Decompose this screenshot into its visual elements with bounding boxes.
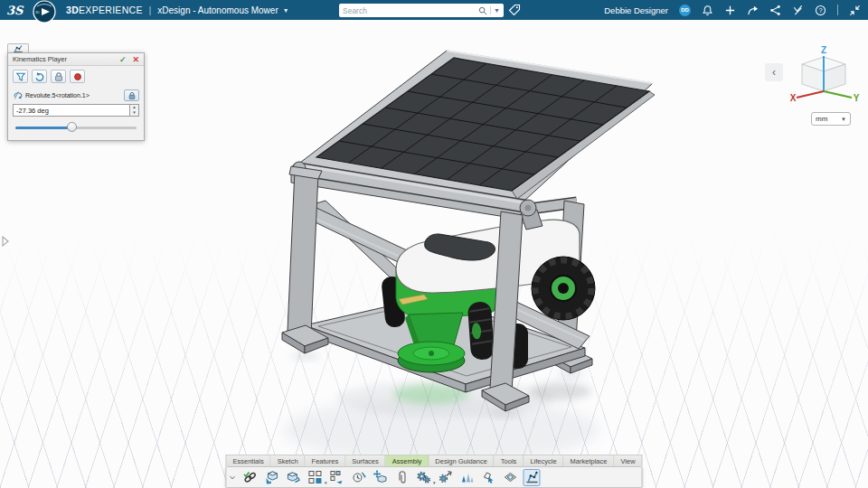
new-component-icon bbox=[286, 470, 300, 484]
angle-stepper[interactable]: ▲▼ bbox=[129, 104, 139, 117]
user-avatar[interactable]: DD bbox=[679, 5, 691, 16]
expand-tree-arrow[interactable] bbox=[1, 235, 10, 251]
panel-header: Kinematics Player ✓ ✕ bbox=[8, 53, 144, 66]
share-icon[interactable] bbox=[747, 5, 759, 16]
notifications-bell-icon[interactable] bbox=[702, 5, 713, 16]
svg-text:?: ? bbox=[818, 6, 822, 14]
pattern-icon bbox=[307, 470, 322, 484]
tool-insert-component[interactable] bbox=[262, 469, 279, 486]
search-input[interactable] bbox=[343, 6, 478, 15]
tool-kinematics-player[interactable] bbox=[523, 469, 540, 486]
tool-mechanisms[interactable]: ▾ bbox=[414, 469, 431, 486]
tab-marketplace[interactable]: Marketplace bbox=[564, 455, 615, 466]
svg-text:3D: 3D bbox=[35, 11, 40, 14]
dropdown-caret-icon[interactable]: ▾ bbox=[433, 480, 436, 485]
confirm-icon[interactable]: ✓ bbox=[119, 55, 127, 64]
user-name[interactable]: Debbie Designer bbox=[604, 5, 668, 15]
tool-exploded-view[interactable] bbox=[458, 469, 475, 486]
tool-attach-component[interactable] bbox=[392, 469, 410, 486]
close-icon[interactable]: ✕ bbox=[132, 55, 139, 64]
brand-divider: | bbox=[149, 5, 152, 15]
gear-wrench-icon bbox=[438, 470, 452, 484]
action-bar-tools: ▾ ▾ bbox=[225, 466, 642, 488]
tag-icon bbox=[508, 4, 521, 16]
tag-button[interactable] bbox=[508, 4, 521, 16]
axis-z-label: Z bbox=[821, 45, 826, 55]
kinematics-player-icon bbox=[524, 470, 539, 484]
joint-row[interactable]: Revolute.5<rotation.1> bbox=[13, 89, 139, 102]
units-dropdown[interactable]: mm ▼ bbox=[811, 112, 851, 126]
kinematics-icon bbox=[13, 45, 24, 52]
exploded-view-icon bbox=[459, 470, 474, 484]
3d-viewport[interactable]: ‹ Z X Y mm ▼ Kinematics Player ✓ bbox=[0, 0, 868, 488]
tool-drag-mechanism[interactable] bbox=[479, 469, 496, 486]
record-simulation-button[interactable] bbox=[70, 70, 85, 83]
tool-frame-generator[interactable] bbox=[501, 469, 518, 486]
tool-component-pattern[interactable]: ▾ bbox=[306, 469, 323, 486]
units-value: mm bbox=[816, 115, 827, 123]
axis-y-label: Y bbox=[854, 93, 860, 103]
search-options-chevron-icon[interactable]: ▼ bbox=[494, 7, 500, 14]
action-bar-tabs: Essentials Sketch Features Surfaces Asse… bbox=[225, 455, 642, 466]
previous-view-button[interactable]: ‹ bbox=[765, 63, 783, 81]
pattern-options-icon bbox=[329, 470, 344, 484]
tab-lifecycle[interactable]: Lifecycle bbox=[524, 455, 563, 466]
reset-positions-icon bbox=[351, 470, 365, 484]
angle-slider[interactable] bbox=[15, 119, 137, 136]
reset-positions-button[interactable] bbox=[32, 70, 47, 83]
mate-icon bbox=[242, 470, 257, 484]
tab-surfaces[interactable]: Surfaces bbox=[345, 455, 386, 466]
move-component-icon bbox=[373, 470, 387, 484]
collaborate-icon[interactable] bbox=[769, 5, 781, 16]
svg-text:3S: 3S bbox=[6, 4, 24, 17]
filter-icon bbox=[15, 71, 26, 82]
search-box[interactable]: ▼ bbox=[339, 4, 504, 17]
kinematics-player-panel-tab[interactable] bbox=[7, 43, 29, 52]
tool-reset-positions[interactable] bbox=[349, 469, 366, 486]
lock-joints-button[interactable] bbox=[51, 70, 66, 83]
tab-sketch[interactable]: Sketch bbox=[271, 455, 306, 466]
topbar-separator bbox=[837, 5, 838, 15]
record-icon bbox=[72, 71, 83, 82]
dropdown-caret-icon[interactable]: ▾ bbox=[325, 480, 327, 485]
3ds-logo: 3S bbox=[5, 2, 29, 18]
drag-mechanism-icon bbox=[481, 470, 495, 484]
tab-features[interactable]: Features bbox=[306, 455, 346, 466]
add-icon[interactable] bbox=[724, 5, 736, 16]
tab-tools[interactable]: Tools bbox=[495, 455, 524, 466]
lock-icon bbox=[53, 71, 64, 82]
slider-handle[interactable] bbox=[67, 122, 77, 132]
joint-lock-button[interactable] bbox=[124, 89, 139, 101]
tool-pattern-options[interactable] bbox=[327, 469, 344, 486]
angle-input[interactable] bbox=[13, 104, 129, 117]
tab-assembly[interactable]: Assembly bbox=[386, 455, 429, 466]
gears-icon bbox=[416, 470, 430, 484]
filter-mechanisms-button[interactable] bbox=[13, 70, 28, 83]
tab-design-guidance[interactable]: Design Guidance bbox=[429, 455, 495, 466]
3dswym-icon[interactable] bbox=[792, 5, 804, 16]
app-title-chevron-icon[interactable]: ▼ bbox=[283, 7, 289, 14]
tab-essentials[interactable]: Essentials bbox=[225, 455, 270, 466]
lock-icon bbox=[127, 91, 137, 100]
tool-new-component[interactable] bbox=[284, 469, 301, 486]
tool-engineering-connections[interactable] bbox=[436, 469, 453, 486]
chevron-down-icon: ▼ bbox=[841, 117, 846, 122]
top-bar: 3S 3D 3DEXPERIENCE | xDesign - Autonomou… bbox=[0, 0, 868, 20]
collapse-action-bar-chevron[interactable] bbox=[228, 469, 236, 485]
minimize-icon[interactable] bbox=[849, 5, 861, 16]
3dexperience-compass[interactable]: 3D bbox=[31, 0, 58, 27]
search-divider bbox=[490, 6, 491, 14]
tab-view[interactable]: View bbox=[614, 455, 642, 466]
help-icon[interactable]: ? bbox=[815, 5, 826, 16]
frame-icon bbox=[503, 470, 517, 484]
reset-icon bbox=[34, 71, 45, 82]
search-icon[interactable] bbox=[478, 6, 487, 15]
tool-move-component[interactable] bbox=[371, 469, 388, 486]
revolute-joint-icon bbox=[13, 90, 23, 100]
slider-fill bbox=[15, 127, 71, 129]
paperclip-icon bbox=[394, 470, 409, 484]
brand-title: 3DEXPERIENCE bbox=[66, 5, 143, 15]
action-bar: Essentials Sketch Features Surfaces Asse… bbox=[225, 455, 642, 488]
view-cube[interactable]: Z X Y bbox=[788, 45, 861, 110]
tool-mate[interactable] bbox=[241, 469, 258, 486]
